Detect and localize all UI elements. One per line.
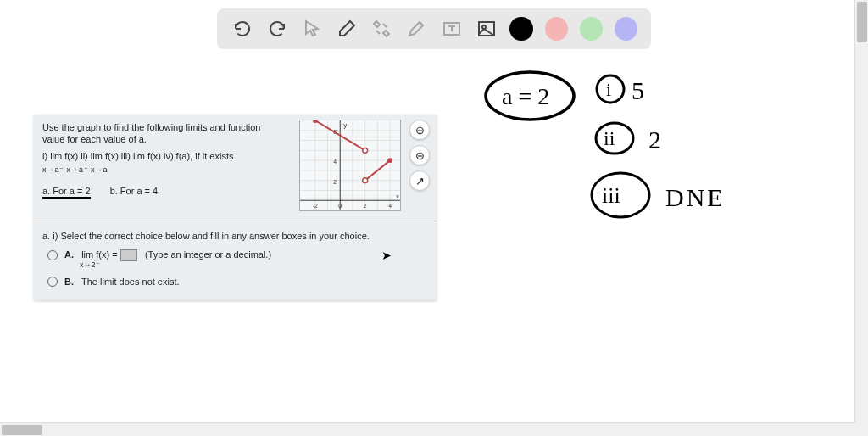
svg-text:ii: ii	[604, 127, 615, 149]
svg-text:y: y	[343, 121, 347, 129]
svg-text:i: i	[606, 79, 611, 100]
function-graph: y x 8 4 2 -2 0 2 4	[299, 120, 401, 211]
svg-text:0: 0	[338, 203, 342, 209]
svg-text:2: 2	[648, 126, 661, 154]
choice-a-prefix: A.	[64, 249, 74, 260]
answer-input-box[interactable]	[120, 249, 137, 261]
svg-text:4: 4	[388, 203, 392, 209]
problem-top: Use the graph to find the following limi…	[34, 115, 437, 221]
choice-a-radio[interactable]	[47, 250, 58, 260]
color-green[interactable]	[580, 17, 603, 41]
highlight-tool[interactable]	[405, 17, 428, 41]
svg-text:4: 4	[333, 159, 337, 165]
svg-text:5: 5	[632, 76, 644, 104]
handwriting-layer: a = 2 i 5 ii 2 iii DNE	[475, 64, 797, 284]
color-black[interactable]	[509, 17, 532, 41]
svg-point-28	[313, 120, 318, 123]
textbox-tool[interactable]	[440, 17, 463, 41]
tools-icon[interactable]	[370, 17, 393, 41]
svg-text:2: 2	[364, 203, 367, 209]
choice-a-text1: lim f(x) =	[81, 249, 117, 260]
problem-panel: Use the graph to find the following limi…	[34, 115, 437, 300]
question-label: a. i) Select the correct choice below an…	[42, 230, 428, 242]
color-pink[interactable]	[545, 17, 568, 41]
redo-button[interactable]	[265, 17, 288, 41]
zoom-out-button[interactable]: ⊖	[409, 145, 430, 165]
zoom-in-button[interactable]: ⊕	[409, 120, 430, 140]
color-purple[interactable]	[615, 17, 637, 41]
choice-b-prefix: B.	[64, 277, 74, 287]
hw-note1: a = 2	[502, 83, 549, 109]
problem-items: i) lim f(x) ii) lim f(x) iii) lim f(x) i…	[42, 151, 263, 161]
part-a-label: a. For a = 2	[42, 186, 91, 199]
horizontal-scrollbar-thumb[interactable]	[2, 425, 42, 435]
popout-button[interactable]: ↗	[409, 170, 430, 191]
cursor-icon: ➤	[381, 249, 392, 262]
svg-point-31	[363, 178, 368, 183]
problem-bottom: a. i) Select the correct choice below an…	[34, 221, 437, 300]
vertical-scrollbar[interactable]	[854, 0, 868, 422]
choice-b-radio[interactable]	[47, 277, 58, 287]
choice-b-row: B. The limit does not exist.	[42, 276, 428, 288]
choice-a-text2: (Type an integer or a decimal.)	[145, 249, 271, 260]
svg-text:-2: -2	[313, 203, 318, 209]
svg-text:DNE: DNE	[665, 183, 726, 211]
vertical-scrollbar-thumb[interactable]	[857, 2, 867, 42]
graph-buttons: ⊕ ⊖ ↗	[409, 120, 430, 191]
problem-items-sub: x→a⁻ x→a⁺ x→a	[42, 165, 108, 174]
svg-text:x: x	[396, 193, 399, 200]
part-b-label: b. For a = 4	[110, 186, 159, 196]
drawing-toolbar	[217, 8, 651, 49]
undo-button[interactable]	[231, 17, 253, 41]
svg-point-40	[592, 173, 649, 217]
svg-text:iii: iii	[602, 183, 620, 208]
pointer-tool[interactable]	[300, 17, 323, 41]
choice-b-text: The limit does not exist.	[81, 277, 180, 287]
eraser-tool[interactable]	[335, 17, 358, 41]
svg-point-32	[387, 158, 392, 163]
scrollbar-corner	[854, 422, 868, 436]
svg-point-29	[363, 148, 368, 153]
problem-intro: Use the graph to find the following limi…	[42, 121, 263, 146]
svg-text:2: 2	[333, 179, 337, 185]
horizontal-scrollbar[interactable]	[0, 422, 854, 436]
image-tool[interactable]	[475, 17, 498, 41]
